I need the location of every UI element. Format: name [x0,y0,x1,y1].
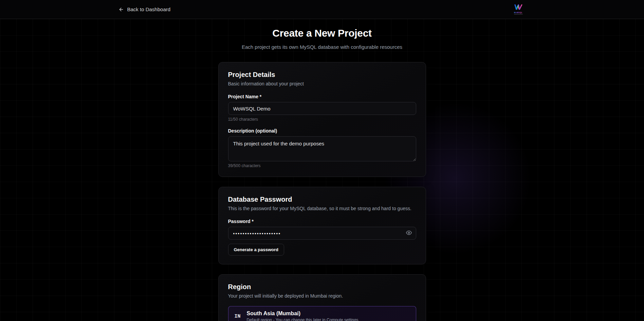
description-label: Description (optional) [228,128,416,134]
toggle-password-visibility-button[interactable] [406,230,412,237]
selected-region-option[interactable]: IN South Asia (Mumbai) Default region - … [228,306,416,321]
region-card: Region Your project will initially be de… [218,274,426,321]
region-description: Your project will initially be deployed … [228,293,416,299]
database-password-card: Database Password This is the password f… [218,187,426,264]
region-note: Default region - You can change this lat… [247,318,358,321]
wowsql-logo-icon [514,4,522,11]
project-details-title: Project Details [228,71,416,79]
project-name-counter: 11/50 characters [228,117,416,122]
page-subtitle: Each project gets its own MySQL database… [218,44,426,50]
description-counter: 39/500 characters [228,163,416,168]
password-label: Password * [228,219,416,224]
arrow-left-icon [118,7,124,12]
back-to-dashboard-label: Back to Dashboard [127,6,171,12]
project-details-description: Basic information about your project [228,81,416,86]
project-name-input[interactable] [228,102,416,115]
project-details-card: Project Details Basic information about … [218,62,426,177]
wowsql-logo-tagline [514,14,523,15]
database-password-description: This is the password for your MySQL data… [228,206,416,211]
generate-password-button[interactable]: Generate a password [228,244,284,256]
region-name: South Asia (Mumbai) [247,310,358,317]
back-to-dashboard-button[interactable]: Back to Dashboard [118,6,171,12]
description-textarea[interactable]: This project used for the demo purposes [228,136,416,161]
eye-icon [406,230,412,237]
page-title: Create a New Project [218,27,426,39]
project-name-label: Project Name * [228,94,416,99]
create-project-page: Create a New Project Each project gets i… [218,19,426,321]
database-password-title: Database Password [228,196,416,203]
password-input[interactable] [228,227,416,240]
top-bar: Back to Dashboard [0,0,644,19]
wowsql-logo[interactable]: WoWSQL [511,4,526,15]
region-title: Region [228,283,416,291]
region-code-badge: IN [235,314,241,319]
wowsql-logo-text: WoWSQL [514,12,523,14]
